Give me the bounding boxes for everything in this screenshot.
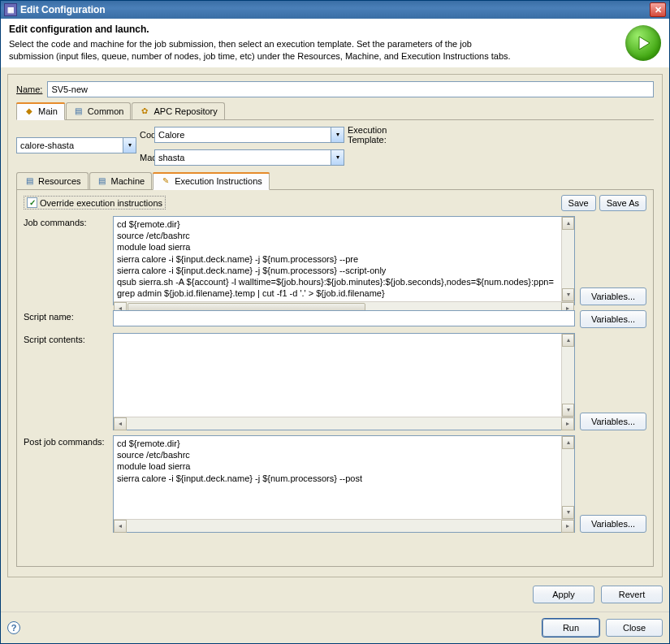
resources-tab-icon: ▤ [24, 175, 35, 187]
machine-combo[interactable] [154, 149, 344, 166]
tab-resources-label: Resources [38, 176, 81, 186]
chevron-down-icon[interactable]: ▾ [331, 150, 344, 165]
config-box: Name: ◆ Main ▤ Common ✿ APC Repository [7, 74, 663, 577]
exec-tab-icon: ✎ [160, 175, 171, 187]
apply-revert-row: Apply Revert [7, 577, 663, 605]
save-as-button[interactable]: Save As [599, 195, 646, 211]
run-button[interactable]: Run [542, 619, 599, 637]
chevron-down-icon[interactable]: ▾ [123, 138, 136, 153]
tab-main[interactable]: ◆ Main [16, 102, 65, 120]
post-job-label: Post job commands: [24, 435, 108, 533]
scroll-up-icon[interactable]: ▴ [562, 436, 574, 449]
tab-execution-instructions[interactable]: ✎ Execution Instructions [153, 172, 270, 190]
save-button[interactable]: Save [561, 195, 596, 211]
top-tabs: ◆ Main ▤ Common ✿ APC Repository [16, 102, 654, 120]
footer: ? Run Close [1, 612, 669, 643]
svg-marker-0 [639, 37, 650, 50]
script-contents-label: Script contents: [24, 333, 108, 430]
machine-tab-icon: ▤ [97, 175, 108, 187]
body-panel: Name: ◆ Main ▤ Common ✿ APC Repository [1, 67, 669, 612]
common-tab-icon: ▤ [73, 106, 84, 117]
scroll-down-icon[interactable]: ▾ [562, 288, 574, 301]
scroll-up-icon[interactable]: ▴ [562, 217, 574, 230]
variables-button-script-contents[interactable]: Variables... [580, 413, 646, 430]
window-title: Edit Configuration [20, 4, 650, 15]
revert-button[interactable]: Revert [601, 586, 663, 603]
main-tab-icon: ◆ [24, 106, 35, 117]
machine-label: Machine: [140, 153, 151, 162]
variables-button-job[interactable]: Variables... [580, 287, 646, 305]
tab-machine-label: Machine [111, 176, 145, 186]
script-contents-textarea[interactable]: ▴ ▾ ◂ ▸ [113, 333, 575, 430]
tab-resources[interactable]: ▤ Resources [16, 172, 89, 189]
script-contents-content [114, 334, 561, 417]
scroll-right-icon[interactable]: ▸ [561, 417, 574, 430]
variables-button-post-job[interactable]: Variables... [580, 515, 646, 533]
scroll-left-icon[interactable]: ◂ [114, 417, 127, 430]
override-checkbox-wrap[interactable]: ✓ Override execution instructions [24, 196, 166, 210]
job-commands-label: Job commands: [24, 216, 108, 305]
override-label: Override execution instructions [40, 198, 162, 208]
exec-instructions-panel: ✓ Override execution instructions Save S… [16, 190, 654, 567]
edit-configuration-window: ▦ Edit Configuration ✕ Edit configuratio… [0, 0, 670, 644]
header-title: Edit configuration and launch. [9, 24, 625, 35]
code-label: Code: [140, 130, 151, 140]
tab-exec-label: Execution Instructions [175, 176, 262, 186]
name-input[interactable] [47, 81, 654, 97]
checkbox-icon: ✓ [27, 197, 37, 208]
variables-button-script-name[interactable]: Variables... [580, 310, 646, 328]
close-button[interactable]: Close [606, 619, 663, 637]
vertical-scrollbar[interactable]: ▴ ▾ [561, 217, 574, 301]
post-job-textarea[interactable]: cd ${remote.dir} source /etc/bashrc modu… [113, 435, 575, 533]
vertical-scrollbar[interactable]: ▴ ▾ [561, 334, 574, 417]
tab-machine[interactable]: ▤ Machine [89, 172, 153, 189]
code-combo[interactable] [154, 127, 344, 143]
chevron-down-icon[interactable]: ▾ [331, 128, 344, 142]
script-name-label: Script name: [24, 310, 108, 328]
post-job-content: cd ${remote.dir} source /etc/bashrc modu… [114, 436, 561, 519]
script-name-input[interactable] [113, 310, 575, 326]
scroll-right-icon[interactable]: ▸ [561, 520, 574, 533]
header-description: Select the code and machine for the job … [9, 38, 512, 63]
horizontal-scrollbar[interactable]: ◂ ▸ [114, 417, 574, 430]
horizontal-scrollbar[interactable]: ◂ ▸ [114, 519, 574, 532]
close-icon[interactable]: ✕ [650, 2, 666, 17]
job-commands-textarea[interactable]: cd ${remote.dir} source /etc/bashrc modu… [113, 216, 575, 305]
apply-button[interactable]: Apply [533, 586, 594, 603]
app-icon: ▦ [4, 3, 17, 16]
tab-main-label: Main [38, 106, 58, 116]
name-label: Name: [16, 84, 42, 94]
titlebar: ▦ Edit Configuration ✕ [1, 1, 669, 19]
tab-common[interactable]: ▤ Common [66, 102, 132, 119]
scroll-left-icon[interactable]: ◂ [114, 520, 127, 533]
vertical-scrollbar[interactable]: ▴ ▾ [561, 436, 574, 519]
run-play-icon [625, 25, 661, 61]
scroll-down-icon[interactable]: ▾ [562, 404, 574, 417]
apc-tab-icon: ✿ [139, 106, 150, 117]
exec-template-label: Execution Template: [348, 125, 359, 145]
sub-tabs: ▤ Resources ▤ Machine ✎ Execution Instru… [16, 172, 654, 190]
tab-common-label: Common [88, 106, 124, 116]
help-icon[interactable]: ? [7, 621, 20, 634]
scroll-down-icon[interactable]: ▾ [562, 506, 574, 519]
header-panel: Edit configuration and launch. Select th… [1, 19, 669, 67]
job-commands-content: cd ${remote.dir} source /etc/bashrc modu… [114, 217, 561, 301]
tab-apc-label: APC Repository [153, 106, 217, 116]
tab-apc-repository[interactable]: ✿ APC Repository [132, 102, 224, 119]
exec-template-combo[interactable] [16, 137, 136, 153]
scroll-up-icon[interactable]: ▴ [562, 334, 574, 347]
code-machine-row: Code: ▾ Execution Template: ▾ Machine: ▾ [16, 125, 654, 166]
